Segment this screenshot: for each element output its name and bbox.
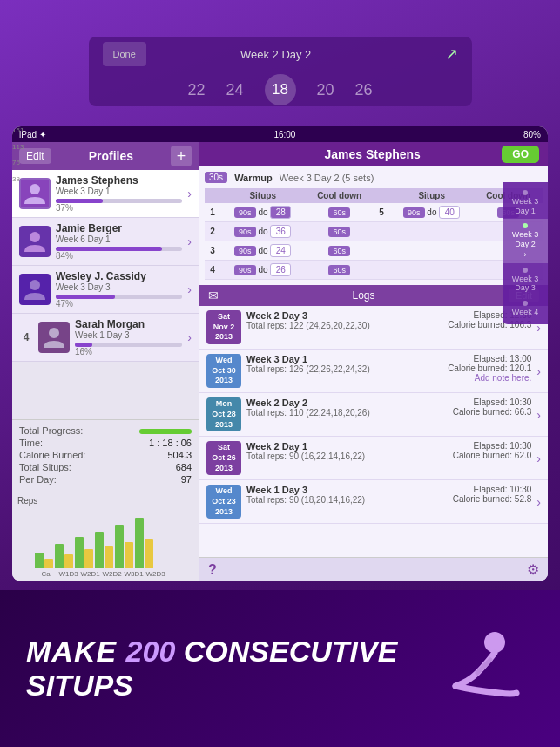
log-arrow-icon: › xyxy=(536,495,541,509)
chart-y-labels: 1511137638 xyxy=(12,142,24,183)
svg-point-1 xyxy=(30,184,40,194)
time-label: Time: xyxy=(19,438,43,448)
list-item[interactable]: WedOct 302013 Week 3 Day 1 Total reps: 1… xyxy=(199,350,548,393)
bar-green xyxy=(115,525,124,568)
bar-green xyxy=(55,544,64,568)
log-calories: Elapsed: 10:30Calorie burned: 66.3 xyxy=(453,397,532,417)
chart-title: Reps xyxy=(17,496,193,506)
bar-green xyxy=(75,537,84,568)
log-title: Week 2 Day 1 xyxy=(246,441,448,452)
svg-point-7 xyxy=(49,328,59,338)
bar-yellow xyxy=(125,542,133,568)
cta-figure xyxy=(429,616,534,721)
profile-arrow-icon: › xyxy=(187,187,192,200)
list-item[interactable]: WedOct 232013 Week 1 Day 3 Total reps: 9… xyxy=(199,480,548,524)
cal-num-26[interactable]: 26 xyxy=(355,81,373,99)
user-name-title: James Stephens xyxy=(324,147,421,161)
logs-header: ✉ Logs Edit xyxy=(199,285,548,306)
situps-value: 684 xyxy=(176,462,192,472)
log-reps: Total reps: 90 (16,22,14,16,22) xyxy=(246,452,448,461)
profiles-header: Edit Profiles + xyxy=(12,142,199,170)
log-arrow-icon: › xyxy=(536,408,541,422)
list-item[interactable]: 4 Sarah Morgan Week 1 Day 3 16% xyxy=(12,314,199,362)
profiles-title: Profiles xyxy=(89,149,133,163)
done-button[interactable]: Done xyxy=(103,42,146,66)
list-item[interactable]: Wesley J. Cassidy Week 3 Day 3 47% › xyxy=(12,266,199,314)
chart-x-labels: Cal W1D3 W2D1 W2D2 W3D1 W2D3 xyxy=(17,570,193,578)
log-calories: Elapsed: 10:30Calorie burned: 52.8 xyxy=(453,485,532,504)
week-sidebar-item[interactable]: Week 3 Day 1 xyxy=(503,186,548,219)
bar-yellow xyxy=(145,539,153,568)
bar-yellow xyxy=(44,559,53,568)
log-date-badge: MonOct 282013 xyxy=(206,397,241,431)
bar-group xyxy=(135,518,153,568)
cta-banner: MAKE 200 CONSECUTIVE SITUPS xyxy=(0,590,560,747)
bottom-bar: ? ⚙ xyxy=(199,557,548,581)
log-date-badge: SatNov 22013 xyxy=(206,310,241,344)
profile-name: Jamie Berger xyxy=(56,222,182,234)
profile-arrow-icon: › xyxy=(187,330,192,344)
cal-num-20[interactable]: 20 xyxy=(317,81,334,99)
bar-yellow xyxy=(105,546,113,568)
profile-arrow-icon: › xyxy=(187,234,192,248)
week-dot-active xyxy=(523,223,528,228)
stats-section: Total Progress: Time: 1 : 18 : 06 Calori… xyxy=(12,419,199,492)
log-date-badge: WedOct 232013 xyxy=(206,485,241,519)
help-icon[interactable]: ? xyxy=(208,562,217,578)
cal-num-22[interactable]: 22 xyxy=(187,81,205,99)
svg-point-5 xyxy=(30,280,40,290)
profiles-add-button[interactable]: + xyxy=(171,146,192,166)
profile-arrow-icon: › xyxy=(187,282,192,296)
progress-bar-container xyxy=(139,425,192,436)
list-item[interactable]: SatOct 262013 Week 2 Day 1 Total reps: 9… xyxy=(199,437,548,480)
log-title: Week 2 Day 2 xyxy=(246,397,448,408)
avatar xyxy=(19,274,51,305)
week-sidebar-item-selected[interactable]: Week 3 Day 2 › xyxy=(503,219,548,262)
calendar-strip: 22 24 18 20 26 xyxy=(187,66,372,106)
week-sidebar-item[interactable]: Week 4 xyxy=(503,296,548,321)
warmup-row: 30s Warmup Week 3 Day 2 (5 sets) xyxy=(205,172,543,183)
list-item[interactable]: MonOct 282013 Week 2 Day 2 Total reps: 1… xyxy=(199,393,548,437)
profile-sub: Week 3 Day 3 xyxy=(56,282,182,292)
profile-sub: Week 3 Day 1 xyxy=(56,187,182,196)
top-strip-title: Week 2 Day 2 xyxy=(240,48,311,61)
list-item[interactable]: James Stephens Week 3 Day 1 37% › xyxy=(12,170,199,218)
cal-num-24[interactable]: 24 xyxy=(226,81,243,99)
perday-label: Per Day: xyxy=(19,474,57,485)
avatar xyxy=(19,226,51,257)
cta-line1: MAKE 200 CONSECUTIVE xyxy=(26,635,429,669)
right-panel-header: James Stephens GO xyxy=(199,142,548,166)
chart-bars xyxy=(35,512,153,568)
go-button[interactable]: GO xyxy=(502,146,539,163)
table-row: 4 90s do 26 60s xyxy=(205,261,543,280)
left-panel: Edit Profiles + James Stephens xyxy=(12,142,199,581)
table-row: 3 90s do 24 60s xyxy=(205,241,543,261)
bar-group xyxy=(35,553,53,568)
cal-num-18-active[interactable]: 18 xyxy=(265,74,296,105)
log-date-badge: WedOct 302013 xyxy=(206,354,241,388)
log-arrow-icon: › xyxy=(536,452,541,465)
profile-name: Sarah Morgan xyxy=(75,318,182,330)
week-sidebar-item[interactable]: Week 3 Day 3 xyxy=(503,263,548,296)
time-value: 1 : 18 : 06 xyxy=(149,438,192,448)
bar-group xyxy=(55,544,73,568)
col-set xyxy=(374,188,389,203)
status-bar: iPad ✦ 16:00 80% xyxy=(12,126,548,142)
profiles-edit-button[interactable]: Edit xyxy=(19,148,51,164)
list-item[interactable]: SatNov 22013 Week 2 Day 3 Total reps: 12… xyxy=(199,306,548,350)
bar-group xyxy=(115,525,133,568)
logs-list: SatNov 22013 Week 2 Day 3 Total reps: 12… xyxy=(199,306,548,557)
log-reps: Total reps: 122 (24,26,20,22,30) xyxy=(246,321,442,330)
col-num xyxy=(205,188,220,203)
perday-value: 97 xyxy=(181,474,192,485)
situps-label: Total Situps: xyxy=(19,462,71,472)
chart-area: Reps 1511137638 xyxy=(12,492,199,581)
svg-point-3 xyxy=(30,232,40,242)
list-item[interactable]: Jamie Berger Week 6 Day 1 84% › xyxy=(12,218,199,266)
gear-icon[interactable]: ⚙ xyxy=(527,561,539,578)
right-panel: James Stephens GO Week 3 Day 1 Week 3 Da… xyxy=(199,142,548,581)
calorie-label: Calorie Burned: xyxy=(19,450,85,460)
bar-yellow xyxy=(84,549,93,568)
bar-group xyxy=(95,532,113,568)
log-reps: Total reps: 126 (22,26,22,24,32) xyxy=(246,364,442,374)
